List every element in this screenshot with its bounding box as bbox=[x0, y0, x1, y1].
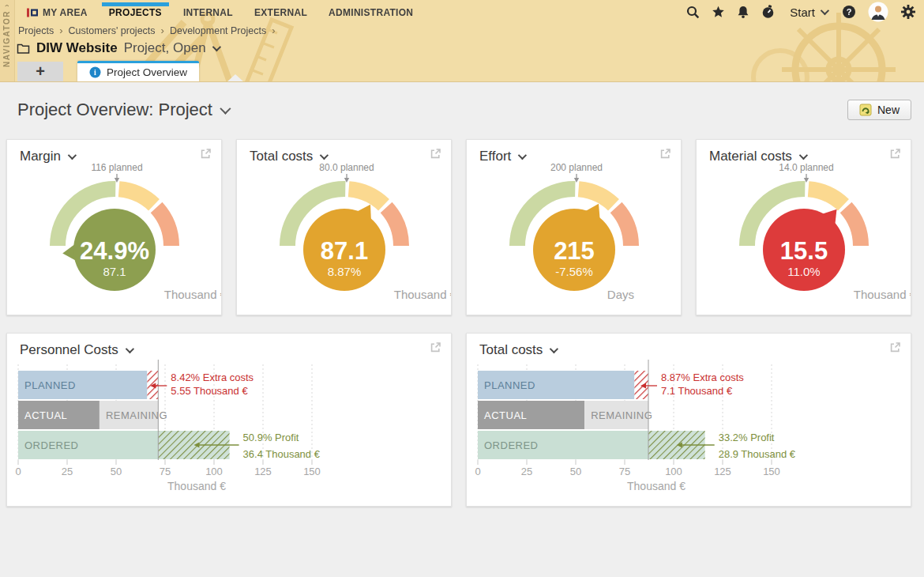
svg-text:ACTUAL: ACTUAL bbox=[484, 409, 527, 421]
breadcrumb: Projects›Customers' projects›Development… bbox=[18, 25, 276, 36]
nav-item-label: PROJECTS bbox=[109, 7, 162, 18]
svg-text:?: ? bbox=[847, 7, 852, 17]
card-title-label: Personnel Costs bbox=[20, 342, 118, 358]
star-icon[interactable] bbox=[712, 6, 725, 19]
gauge-chart: 14.0 planned15.511.0%Thousand € bbox=[697, 140, 911, 315]
total-costs-title-dropdown[interactable]: Total costs bbox=[479, 342, 556, 358]
total-costs-card: Total costs0255075100125150Thousand €PLA… bbox=[466, 333, 911, 507]
project-status: Project, Open bbox=[124, 40, 206, 56]
stopwatch-icon[interactable] bbox=[761, 5, 775, 19]
user-avatar[interactable] bbox=[868, 2, 888, 22]
navigator-panel-toggle[interactable]: NAVIGATOR › bbox=[0, 0, 15, 81]
nav-item-projects[interactable]: PROJECTS bbox=[109, 5, 162, 18]
svg-text:Days: Days bbox=[607, 288, 634, 301]
navigator-label: NAVIGATOR › bbox=[2, 3, 11, 67]
settings-icon[interactable] bbox=[900, 4, 916, 20]
svg-text:33.2% Profit: 33.2% Profit bbox=[719, 432, 775, 443]
svg-text:116 planned: 116 planned bbox=[91, 162, 142, 173]
page-title: Project Overview: Project bbox=[17, 100, 212, 120]
svg-text:150: 150 bbox=[763, 466, 780, 477]
effort-card: Effort200 planned215-7.56%Days bbox=[466, 139, 682, 315]
card-title-label: Material costs bbox=[709, 149, 792, 164]
new-button[interactable]: New bbox=[847, 100, 911, 120]
app-header: NAVIGATOR › MY AREAPROJECTSINTERNALEXTER… bbox=[0, 0, 924, 82]
svg-text:-7.56%: -7.56% bbox=[555, 265, 593, 278]
project-name: DIW Website bbox=[36, 40, 118, 56]
document-tabbar: + i Project Overview bbox=[17, 61, 199, 81]
svg-text:REMAINING: REMAINING bbox=[591, 409, 652, 421]
gauge-widgets-row: Margin116 planned24.9%87.1Thousand €Tota… bbox=[6, 139, 918, 315]
svg-text:50: 50 bbox=[111, 466, 122, 477]
help-icon[interactable]: ? bbox=[842, 5, 856, 19]
svg-text:PLANNED: PLANNED bbox=[484, 379, 535, 391]
svg-text:24.9%: 24.9% bbox=[80, 237, 149, 265]
page-title-dropdown[interactable]: Project Overview: Project bbox=[17, 100, 228, 120]
chevron-down-icon bbox=[212, 43, 220, 51]
new-note-icon bbox=[859, 104, 872, 116]
search-icon[interactable] bbox=[686, 6, 700, 19]
open-in-window-icon[interactable] bbox=[888, 148, 902, 162]
svg-text:25: 25 bbox=[521, 466, 532, 477]
nav-item-label: MY AREA bbox=[43, 7, 88, 18]
folder-icon bbox=[17, 43, 30, 55]
svg-text:ORDERED: ORDERED bbox=[484, 439, 539, 451]
nav-item-label: INTERNAL bbox=[183, 7, 233, 18]
svg-text:125: 125 bbox=[254, 466, 272, 477]
total-costs-card: Total costs80.0 planned87.18.87%Thousand… bbox=[236, 139, 452, 315]
svg-text:Thousand €: Thousand € bbox=[854, 288, 911, 301]
material-costs-title-dropdown[interactable]: Material costs bbox=[709, 149, 806, 164]
breadcrumb-separator: › bbox=[161, 25, 164, 36]
svg-text:25: 25 bbox=[62, 466, 73, 477]
nav-item-external[interactable]: EXTERNAL bbox=[254, 5, 307, 18]
svg-text:PLANNED: PLANNED bbox=[24, 379, 76, 391]
breadcrumb-link-customers-projects[interactable]: Customers' projects bbox=[69, 25, 156, 36]
svg-text:36.4 Thousand €: 36.4 Thousand € bbox=[243, 448, 321, 460]
svg-text:8.87%: 8.87% bbox=[328, 265, 362, 278]
tab-project-overview[interactable]: i Project Overview bbox=[77, 61, 199, 81]
main-navigation: MY AREAPROJECTSINTERNALEXTERNALADMINISTR… bbox=[27, 0, 413, 23]
svg-text:5.55 Thousand €: 5.55 Thousand € bbox=[171, 385, 248, 397]
svg-text:28.9 Thousand €: 28.9 Thousand € bbox=[719, 448, 796, 460]
nav-item-my-area[interactable]: MY AREA bbox=[27, 5, 88, 18]
nav-item-administration[interactable]: ADMINISTRATION bbox=[329, 5, 413, 18]
start-label: Start bbox=[790, 6, 815, 19]
effort-title-dropdown[interactable]: Effort bbox=[479, 149, 524, 164]
card-title-label: Total costs bbox=[250, 149, 313, 164]
svg-text:75: 75 bbox=[160, 466, 171, 477]
open-in-window-icon[interactable] bbox=[658, 148, 672, 162]
start-menu-button[interactable]: Start bbox=[790, 6, 827, 19]
open-in-window-icon[interactable] bbox=[198, 148, 212, 162]
breadcrumb-link-projects[interactable]: Projects bbox=[18, 25, 54, 36]
svg-text:7.1 Thousand €: 7.1 Thousand € bbox=[661, 385, 733, 397]
tab-notch bbox=[227, 74, 243, 81]
bar-chart: 0255075100125150Thousand €PLANNEDACTUALR… bbox=[7, 334, 451, 506]
chevron-down-icon bbox=[220, 104, 231, 115]
svg-text:80.0 planned: 80.0 planned bbox=[319, 162, 374, 173]
bell-icon[interactable] bbox=[737, 6, 749, 19]
open-in-window-icon[interactable] bbox=[428, 341, 442, 356]
svg-text:0: 0 bbox=[475, 466, 480, 477]
open-in-window-icon[interactable] bbox=[888, 341, 902, 356]
open-in-window-icon[interactable] bbox=[428, 148, 442, 162]
add-tab-button[interactable]: + bbox=[17, 62, 63, 81]
project-title-dropdown[interactable]: DIW Website Project, Open bbox=[17, 40, 219, 56]
bcs-logo-icon bbox=[27, 7, 38, 18]
tab-label: Project Overview bbox=[107, 66, 187, 78]
total-costs-title-dropdown[interactable]: Total costs bbox=[250, 149, 326, 164]
card-title-label: Total costs bbox=[479, 342, 543, 358]
svg-text:Thousand €: Thousand € bbox=[627, 480, 685, 492]
personnel-costs-card: Personnel Costs0255075100125150Thousand … bbox=[6, 333, 452, 507]
breadcrumb-link-development-projects[interactable]: Development Projects bbox=[170, 25, 266, 36]
personnel-costs-title-dropdown[interactable]: Personnel Costs bbox=[20, 342, 132, 358]
gauge-chart: 200 planned215-7.56%Days bbox=[467, 140, 681, 315]
svg-text:50.9% Profit: 50.9% Profit bbox=[243, 432, 299, 443]
gauge-chart: 80.0 planned87.18.87%Thousand € bbox=[237, 140, 451, 315]
svg-text:ORDERED: ORDERED bbox=[24, 439, 79, 451]
card-title-label: Margin bbox=[20, 149, 61, 164]
svg-text:200 planned: 200 planned bbox=[550, 162, 603, 173]
nav-item-label: EXTERNAL bbox=[254, 7, 307, 18]
svg-text:125: 125 bbox=[714, 466, 731, 477]
margin-title-dropdown[interactable]: Margin bbox=[20, 149, 74, 164]
nav-item-internal[interactable]: INTERNAL bbox=[183, 5, 233, 18]
info-icon: i bbox=[89, 66, 101, 78]
